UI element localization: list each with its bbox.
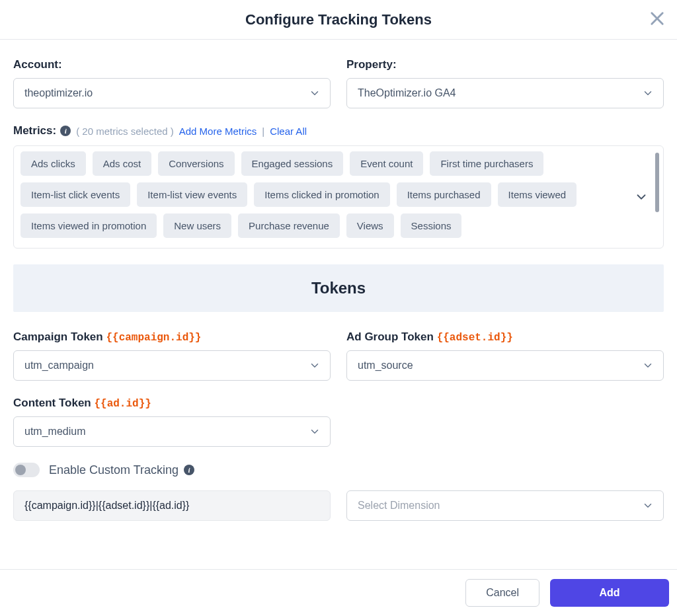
metric-chip[interactable]: Ads cost: [93, 151, 152, 176]
scroll-thumb[interactable]: [655, 153, 659, 212]
metrics-box: Ads clicks Ads cost Conversions Engaged …: [13, 145, 664, 249]
enable-custom-tracking-toggle[interactable]: [13, 463, 40, 477]
dimension-select[interactable]: Select Dimension: [346, 490, 664, 521]
custom-pattern-value: {{campaign.id}}|{{adset.id}}|{{ad.id}}: [24, 500, 189, 512]
metric-chip[interactable]: Engaged sessions: [241, 151, 344, 176]
modal-title: Configure Tracking Tokens: [245, 11, 432, 28]
account-select[interactable]: theoptimizer.io: [13, 78, 331, 108]
cancel-button[interactable]: Cancel: [465, 579, 539, 607]
metrics-header: Metrics: i ( 20 metrics selected ) Add M…: [13, 124, 664, 137]
chevron-down-icon: [642, 360, 654, 371]
info-icon: i: [184, 465, 194, 475]
content-token-code: {{ad.id}}: [94, 398, 151, 410]
tokens-section-header: Tokens: [13, 264, 664, 312]
chevron-down-icon: [642, 87, 654, 99]
property-value: TheOptimizer.io GA4: [358, 87, 456, 99]
modal-content: Account: theoptimizer.io Property: TheOp…: [0, 40, 677, 521]
add-button[interactable]: Add: [550, 579, 669, 607]
metric-chip[interactable]: Items clicked in promotion: [254, 182, 389, 207]
metric-chip[interactable]: Item-list view events: [137, 182, 247, 207]
metrics-selected-count: ( 20 metrics selected ): [76, 126, 174, 137]
metric-chip[interactable]: Event count: [350, 151, 423, 176]
campaign-token-code: {{campaign.id}}: [106, 332, 201, 344]
account-label: Account:: [13, 58, 331, 71]
metrics-chip-list: Ads clicks Ads cost Conversions Engaged …: [20, 151, 626, 238]
dimension-placeholder: Select Dimension: [358, 500, 440, 512]
metric-chip[interactable]: Items purchased: [397, 182, 491, 207]
info-icon: i: [60, 126, 71, 136]
content-token-label: Content Token {{ad.id}}: [13, 397, 331, 410]
chevron-down-icon: [642, 500, 654, 512]
custom-pattern-input[interactable]: {{campaign.id}}|{{adset.id}}|{{ad.id}}: [13, 490, 331, 521]
metric-chip[interactable]: Purchase revenue: [238, 213, 340, 238]
metric-chip[interactable]: New users: [163, 213, 231, 238]
chevron-down-icon: [309, 360, 321, 371]
tokens-section-title: Tokens: [311, 279, 366, 297]
metrics-scrollbar[interactable]: [655, 153, 659, 241]
metric-chip[interactable]: Views: [346, 213, 394, 238]
chevron-down-icon: [309, 426, 321, 438]
metrics-expand-button[interactable]: [634, 190, 649, 204]
adgroup-token-select[interactable]: utm_source: [346, 350, 664, 381]
metrics-label: Metrics: i: [13, 124, 71, 137]
metric-chip[interactable]: Items viewed: [498, 182, 577, 207]
campaign-token-label: Campaign Token {{campaign.id}}: [13, 330, 331, 344]
adgroup-token-value: utm_source: [358, 360, 413, 371]
content-token-select[interactable]: utm_medium: [13, 416, 331, 447]
metric-chip[interactable]: Conversions: [158, 151, 234, 176]
campaign-token-select[interactable]: utm_campaign: [13, 350, 331, 381]
metric-chip[interactable]: Ads clicks: [20, 151, 86, 176]
add-more-metrics-link[interactable]: Add More Metrics: [179, 126, 257, 137]
property-label: Property:: [346, 58, 664, 71]
property-select[interactable]: TheOptimizer.io GA4: [346, 78, 664, 108]
chevron-down-icon: [309, 87, 321, 99]
chevron-down-icon: [634, 190, 649, 204]
close-button[interactable]: [648, 9, 666, 28]
enable-custom-tracking-label: Enable Custom Tracking i: [49, 463, 194, 477]
modal-footer: Cancel Add: [0, 569, 677, 616]
metric-chip[interactable]: First time purchasers: [430, 151, 543, 176]
modal-header: Configure Tracking Tokens: [0, 0, 677, 40]
adgroup-token-code: {{adset.id}}: [437, 332, 513, 344]
custom-tracking-row: Enable Custom Tracking i: [13, 463, 664, 477]
metric-chip[interactable]: Items viewed in promotion: [20, 213, 157, 238]
campaign-token-value: utm_campaign: [24, 360, 94, 371]
close-icon: [648, 9, 666, 28]
adgroup-token-label: Ad Group Token {{adset.id}}: [346, 330, 664, 344]
clear-all-link[interactable]: Clear All: [270, 126, 307, 137]
content-token-value: utm_medium: [24, 426, 85, 438]
metric-chip[interactable]: Sessions: [401, 213, 462, 238]
metric-chip[interactable]: Item-list click events: [20, 182, 130, 207]
account-value: theoptimizer.io: [24, 87, 93, 99]
toggle-knob: [15, 465, 26, 475]
